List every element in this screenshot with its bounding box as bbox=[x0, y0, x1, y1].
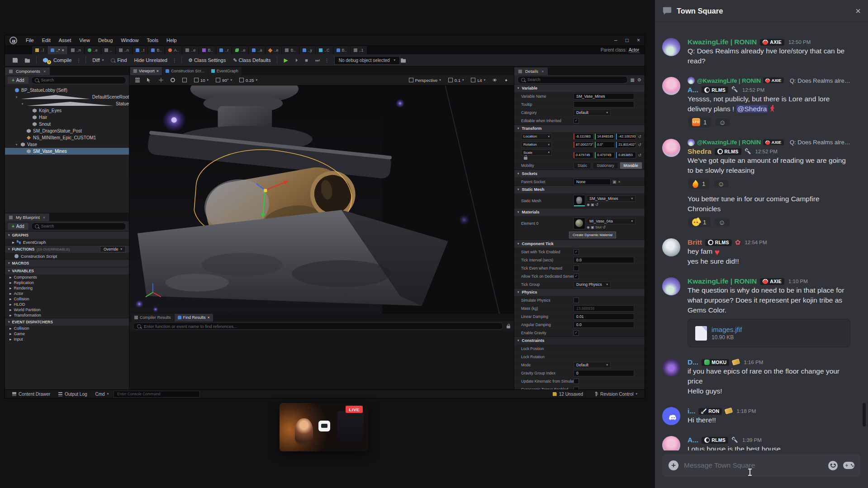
tree-item-SM_Vase_Mines[interactable]: SM_Vase_Mines bbox=[5, 148, 129, 155]
details-section-variable[interactable]: ▾Variable bbox=[514, 84, 645, 92]
category-game[interactable]: ▸Game bbox=[5, 331, 129, 336]
output-log-button[interactable]: Output Log bbox=[55, 391, 90, 397]
close-panel-icon[interactable]: × bbox=[855, 6, 861, 15]
category-hlod[interactable]: ▸HLOD bbox=[5, 302, 129, 307]
asset-tab-16[interactable]: ..y bbox=[299, 46, 316, 54]
menu-item-debug[interactable]: Debug bbox=[94, 37, 117, 44]
field-gravity-group-index[interactable]: 0 bbox=[574, 370, 634, 376]
checkbox-enable-gravity[interactable]: ✓ bbox=[574, 330, 579, 336]
asset-tab-15[interactable]: B.. bbox=[282, 46, 299, 54]
author-name[interactable]: A... bbox=[688, 86, 698, 94]
menu-item-edit[interactable]: Edit bbox=[38, 37, 55, 44]
author-name[interactable]: A... bbox=[688, 436, 698, 444]
viewport-tab-construction-scr-[interactable]: Construction Scr... bbox=[162, 67, 208, 75]
tab-close-icon[interactable]: × bbox=[208, 315, 210, 320]
add-reaction-button[interactable]: ☺ bbox=[715, 118, 730, 127]
minimize-button[interactable]: – bbox=[614, 37, 617, 43]
blueprint-item-eventgraph[interactable]: ▸EventGraph bbox=[5, 239, 129, 245]
maximize-button[interactable]: □ bbox=[626, 37, 629, 43]
socket-picker-icon[interactable]: ▣ bbox=[612, 180, 617, 184]
snap-grid-dropdown[interactable]: 10▾ bbox=[192, 77, 211, 84]
field-linear-damping[interactable]: 0.01 bbox=[574, 313, 634, 320]
details-search-input[interactable]: Search bbox=[517, 76, 628, 84]
section-macros[interactable]: ▾MACROS bbox=[5, 259, 129, 267]
tree-item-NS_MINIItem_Epic_CUSTOM1[interactable]: NS_MINIItem_Epic_CUSTOM1 bbox=[5, 134, 129, 141]
parent-socket-field[interactable]: None bbox=[574, 179, 611, 185]
emoji-picker-icon[interactable] bbox=[828, 461, 838, 470]
perspective-dropdown[interactable]: Perspective▾ bbox=[407, 77, 443, 84]
lock-icon[interactable] bbox=[507, 326, 510, 328]
asset-tab-1[interactable]: ..*× bbox=[47, 46, 67, 54]
field-tooltip[interactable] bbox=[574, 101, 634, 108]
checkbox-tick-even-when-paused[interactable] bbox=[574, 265, 579, 271]
revision-control-button[interactable]: Revision Control▾ bbox=[591, 391, 640, 397]
debug-object-select[interactable]: No debug object selected▾ bbox=[334, 56, 400, 65]
value-vz[interactable]: 0.853853 bbox=[616, 152, 636, 158]
asset-tab-14[interactable]: ..e bbox=[266, 46, 281, 54]
asset-tab-18[interactable]: B.. bbox=[333, 46, 350, 54]
tab-close-icon[interactable]: × bbox=[157, 69, 159, 73]
axis-dropdown[interactable]: Rotation▾ bbox=[521, 142, 552, 148]
tree-item-Snout[interactable]: Snout bbox=[5, 121, 129, 128]
category-rendering[interactable]: ▸Rendering bbox=[5, 285, 129, 291]
value-vx[interactable]: 0.479745 bbox=[574, 152, 593, 158]
avatar[interactable] bbox=[662, 358, 680, 376]
viewport-menu-icon[interactable] bbox=[133, 77, 142, 83]
find-references-input[interactable]: Enter function or event name to find ref… bbox=[133, 322, 503, 330]
attach-plus-icon[interactable]: + bbox=[669, 460, 678, 470]
play-options-icon[interactable]: ⋮ bbox=[324, 58, 331, 63]
author-name[interactable]: i... bbox=[688, 407, 695, 415]
select-tool-icon[interactable] bbox=[145, 77, 154, 83]
reply-reference[interactable]: @KwazingLife | RONINAXIEQ: Does Realms a… bbox=[688, 77, 852, 85]
avatar[interactable] bbox=[662, 77, 680, 95]
category-collision[interactable]: ▸Collision bbox=[5, 326, 129, 331]
viewport-tab-eventgraph[interactable]: EventGraph bbox=[208, 67, 242, 75]
show-flags-eye-icon[interactable]: 👁 bbox=[490, 77, 499, 84]
mat-thumbnail[interactable] bbox=[574, 218, 585, 229]
value-vx[interactable]: 87.000273° bbox=[574, 142, 593, 148]
value-vy[interactable]: 0.0° bbox=[595, 142, 615, 148]
grid-view-icon[interactable]: ▦ bbox=[631, 77, 635, 82]
blueprint-item-construction-script[interactable]: Construction Script bbox=[5, 253, 129, 259]
checkbox-editable-when-inherited[interactable]: ✓ bbox=[574, 118, 579, 123]
avatar[interactable] bbox=[662, 139, 680, 157]
reaction-pill[interactable]: 1 bbox=[688, 178, 710, 190]
lit-mode-dropdown[interactable]: Lit▾ bbox=[469, 77, 488, 84]
my-blueprint-search-input[interactable]: Search bbox=[31, 223, 126, 230]
avatar[interactable] bbox=[662, 38, 680, 56]
category-actor[interactable]: ▸Actor bbox=[5, 291, 129, 296]
rotate-tool-icon[interactable] bbox=[168, 77, 177, 83]
author-name[interactable]: KwazingLife | RONIN bbox=[688, 277, 757, 285]
hide-unrelated-button[interactable]: Hide Unrelated bbox=[131, 56, 171, 64]
effects-dropdown-icon[interactable]: ✦ bbox=[502, 77, 510, 84]
close-button[interactable]: × bbox=[637, 37, 640, 43]
diff-button[interactable]: Diff▾ bbox=[89, 56, 107, 64]
details-section-physics[interactable]: ▾Physics bbox=[514, 288, 645, 296]
author-name[interactable]: Shedra bbox=[688, 147, 711, 156]
asset-tab-12[interactable]: ..e bbox=[232, 46, 248, 54]
attachment-filename[interactable]: images.jfif bbox=[711, 326, 742, 333]
console-command-input[interactable]: Enter Console Command bbox=[114, 391, 200, 398]
user-mention[interactable]: @Shedra bbox=[736, 105, 768, 113]
value-vy[interactable]: 0.479745 bbox=[595, 152, 615, 158]
mesh-thumbnail[interactable] bbox=[574, 195, 585, 207]
asset-tab-6[interactable]: ..t bbox=[133, 46, 148, 54]
play-button[interactable]: ▶ bbox=[280, 56, 291, 65]
reset-icon[interactable]: ↺ bbox=[638, 134, 641, 139]
menu-item-help[interactable]: Help bbox=[162, 37, 181, 44]
section-functions[interactable]: ▾FUNCTIONS (19 OVERRIDABLE)Override▾ bbox=[5, 245, 129, 253]
mobility-movable[interactable]: Movable bbox=[620, 162, 642, 169]
tab-details[interactable]: Details× bbox=[514, 67, 548, 75]
avatar[interactable] bbox=[662, 277, 680, 295]
snap-scale-dropdown[interactable]: 0.25▾ bbox=[237, 77, 260, 84]
lock-icon[interactable] bbox=[524, 157, 527, 160]
section-event-dispatchers[interactable]: ▾EVENT DISPATCHERS bbox=[5, 318, 129, 326]
tree-item-Vase[interactable]: ▾Vase bbox=[5, 141, 129, 148]
section-variables[interactable]: ▾VARIABLES bbox=[5, 267, 129, 275]
category-input[interactable]: ▸Input bbox=[5, 336, 129, 342]
stop-button[interactable]: ■ bbox=[302, 56, 311, 64]
settings-gear-icon[interactable]: ⚙ bbox=[637, 77, 641, 82]
value-vz[interactable]: -42.100293 bbox=[616, 133, 636, 140]
value-vz[interactable]: 21.801402° bbox=[616, 142, 636, 148]
content-drawer-button[interactable]: Content Drawer bbox=[9, 391, 53, 397]
